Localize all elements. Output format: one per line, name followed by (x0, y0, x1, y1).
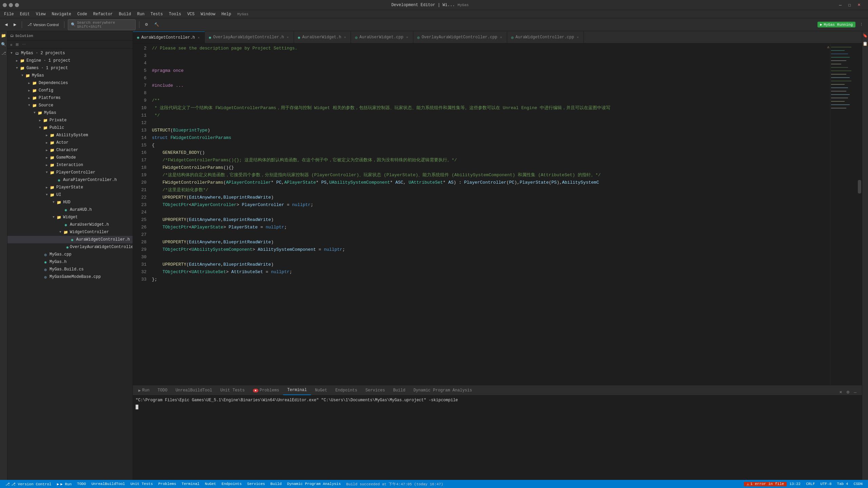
panel-tab-unit-tests[interactable]: Unit Tests (216, 386, 249, 395)
panel-tab-unreal[interactable]: UnrealBuildTool (172, 386, 216, 395)
status-endpoints[interactable]: Endpoints (219, 482, 244, 486)
tab-overlay-cpp[interactable]: ◎ OverlayAuraWidgetController.cpp ✕ (413, 32, 507, 43)
tree-item-mygas-src[interactable]: ▼ 📁 MyGas (7, 109, 133, 117)
tree-item-aura-wc[interactable]: ▶ ◉ AuraWidgetController.h (7, 236, 133, 243)
tree-item-interaction[interactable]: ▶ 📁 Interaction (7, 161, 133, 169)
tree-item-character[interactable]: ▶ 📁 Character (7, 146, 133, 154)
version-control-button[interactable]: ⎇ Version Control (25, 21, 61, 28)
menu-file[interactable]: File (1, 11, 17, 17)
title-maximize-btn[interactable]: □ (846, 2, 853, 8)
tree-item-games[interactable]: ▼ 📁 Games · 1 project (7, 64, 133, 72)
minimap[interactable] (830, 43, 857, 385)
menu-code[interactable]: Code (75, 11, 90, 17)
status-dpa[interactable]: Dynamic Program Analysis (284, 482, 343, 486)
status-csdn[interactable]: CSDN (851, 482, 865, 486)
menu-tests[interactable]: Tests (148, 11, 165, 17)
tab-aura-uw-close[interactable]: ✕ (343, 35, 347, 40)
back-button[interactable]: ◀ (3, 21, 9, 28)
menu-edit[interactable]: Edit (17, 11, 33, 17)
editor-scrollbar[interactable] (857, 43, 862, 385)
panel-tab-endpoints[interactable]: Endpoints (331, 386, 361, 395)
tab-aura-wccpp-close[interactable]: ✕ (576, 35, 579, 40)
status-encoding[interactable]: UTF-8 (818, 482, 834, 486)
menu-run[interactable]: Run (134, 11, 147, 17)
panel-tab-problems[interactable]: ● Problems (249, 386, 283, 395)
status-build[interactable]: Build (268, 482, 284, 486)
panel-tab-terminal[interactable]: Terminal (283, 386, 311, 395)
tree-item-mygas[interactable]: ▼ 📁 MyGas (7, 72, 133, 79)
panel-tab-dpa[interactable]: Dynamic Program Analysis (409, 386, 476, 395)
panel-tab-todo[interactable]: TODO (154, 386, 172, 395)
menu-help[interactable]: Help (219, 11, 234, 17)
tree-item-ability[interactable]: ▶ 📁 AbilitySystem (7, 131, 133, 139)
tab-aura-wc[interactable]: ◉ AuraWidgetController.h ✕ (133, 32, 205, 43)
right-icon-structure[interactable]: 📋 (862, 41, 868, 47)
status-errors[interactable]: ⚠ 1 error in file (744, 482, 787, 486)
status-version-control[interactable]: ⎇ ⎇ Version Control (3, 482, 54, 486)
tree-item-aurahud[interactable]: ▶ ◉ AuraHUD.h (7, 206, 133, 214)
status-line-ending[interactable]: CRLF (803, 482, 817, 486)
tree-item-public[interactable]: ▼ 📁 Public (7, 124, 133, 131)
panel-tab-services[interactable]: Services (361, 386, 389, 395)
sidebar-options-btn[interactable]: ⋯ (21, 42, 27, 47)
panel-tab-nuget[interactable]: NuGet (311, 386, 331, 395)
panel-close-btn[interactable]: ✕ (838, 389, 844, 395)
tree-item-platforms[interactable]: ▶ 📁 Platforms (7, 94, 133, 102)
run-badge[interactable]: ▶ MyGas Running (817, 22, 855, 27)
terminal-content[interactable]: "C:\Program Files\Epic Games\UE_5.1\Engi… (133, 395, 862, 480)
menu-view[interactable]: View (33, 11, 48, 17)
tree-item-private[interactable]: ▶ 📁 Private (7, 117, 133, 124)
minimize-button[interactable] (9, 3, 13, 7)
sidebar-collapse-btn[interactable]: ≡ (9, 42, 14, 47)
panel-tab-run[interactable]: ▶ Run (134, 386, 154, 395)
tree-item-aura-pc[interactable]: ▶ ◉ AuraPlayerController.h (7, 176, 133, 184)
tree-item-widget[interactable]: ▼ 📁 Widget (7, 214, 133, 221)
menu-build[interactable]: Build (116, 11, 134, 17)
maximize-button[interactable] (15, 3, 19, 7)
menu-navigate[interactable]: Navigate (49, 11, 74, 17)
build-btn[interactable]: 🔨 (152, 21, 161, 28)
tree-item-aurauserwidget[interactable]: ▶ ◉ AuraUserWidget.h (7, 221, 133, 228)
tree-item-hud[interactable]: ▼ 📁 HUD (7, 199, 133, 206)
tab-overlay-cpp-close[interactable]: ✕ (499, 35, 503, 40)
tree-item-widgetcontroller[interactable]: ▼ 📁 WidgetController (7, 228, 133, 236)
tree-item-actor[interactable]: ▶ 📁 Actor (7, 139, 133, 146)
tree-item-mygas-build[interactable]: ▶ ◎ MyGas.Build.cs (7, 266, 133, 273)
tree-item-source[interactable]: ▼ 📁 Source (7, 102, 133, 109)
tree-item-mygas-gmb[interactable]: ▶ ◎ MyGasGameModeBase.cpp (7, 273, 133, 281)
sidebar-expand-btn[interactable]: ⊞ (14, 42, 20, 47)
status-services[interactable]: Services (244, 482, 268, 486)
status-run[interactable]: ▶ ▶ Run (54, 482, 75, 486)
status-todo[interactable]: TODO (74, 482, 88, 486)
title-close-btn[interactable]: ✕ (855, 2, 863, 8)
status-tab-size[interactable]: Tab 4 (834, 482, 851, 486)
close-button[interactable] (3, 3, 7, 7)
tab-aura-wccpp[interactable]: ◎ AuraWidgetController.cpp ✕ (507, 32, 584, 43)
panel-tab-build[interactable]: Build (389, 386, 409, 395)
forward-button[interactable]: ▶ (12, 21, 18, 28)
tree-item-playerstate[interactable]: ▶ 📁 PlayerState (7, 184, 133, 191)
tab-aura-uwcpp[interactable]: ◎ AuraUserWidget.cpp ✕ (351, 32, 413, 43)
status-unit-tests[interactable]: Unit Tests (128, 482, 156, 486)
window-controls[interactable] (3, 3, 19, 7)
tab-overlay-close[interactable]: ✕ (286, 35, 290, 40)
search-box[interactable]: 🔍 Search everywhere Shift+Shift (68, 19, 136, 30)
tab-overlay-wc[interactable]: ◉ OverlayAuraWidgetController.h ✕ (205, 32, 294, 43)
tree-item-mygas-cpp[interactable]: ▶ ◎ MyGas.cpp (7, 251, 133, 258)
activity-explorer[interactable]: 📁 (1, 33, 7, 39)
menu-refactor[interactable]: Refactor (91, 11, 116, 17)
menu-tools[interactable]: Tools (166, 11, 184, 17)
tree-item-overlay-wc[interactable]: ▶ ◉ OverlayAuraWidgetController.h (7, 243, 133, 251)
tree-item-ui[interactable]: ▼ 📁 UI (7, 191, 133, 199)
tree-item-deps[interactable]: ▶ 📁 Dependencies (7, 79, 133, 87)
activity-git[interactable]: ⎇ (1, 50, 7, 56)
title-minimize-btn[interactable]: ─ (837, 2, 844, 8)
menu-window[interactable]: Window (198, 11, 218, 17)
tree-item-gamemode[interactable]: ▶ 📁 GameMode (7, 154, 133, 161)
tab-aura-uw[interactable]: ◉ AuraUserWidget.h ✕ (294, 32, 351, 43)
tree-item-config[interactable]: ▶ 📁 Config (7, 87, 133, 94)
right-icon-bookmark[interactable]: 🔖 (862, 33, 868, 39)
status-terminal[interactable]: Terminal (179, 482, 202, 486)
status-position[interactable]: 13:22 (787, 482, 803, 486)
tab-aura-wc-close[interactable]: ✕ (197, 35, 200, 40)
